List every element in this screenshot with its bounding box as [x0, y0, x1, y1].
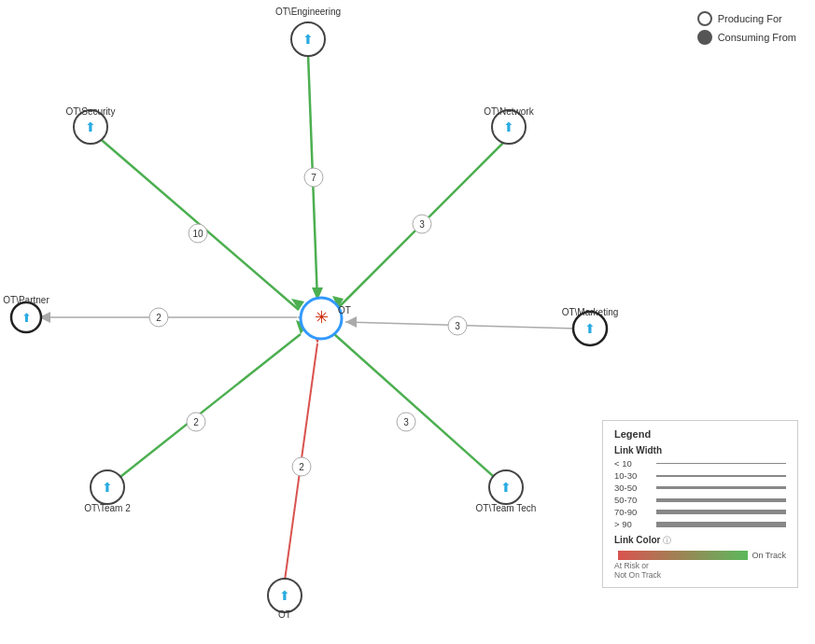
svg-text:2: 2: [299, 462, 304, 472]
producing-for-legend-item: Producing For: [697, 11, 796, 26]
svg-text:⬆: ⬆: [279, 588, 290, 603]
legend-label-50-70: 50-70: [614, 495, 656, 505]
svg-text:OT\Marketing: OT\Marketing: [562, 307, 619, 317]
svg-text:3: 3: [419, 219, 425, 230]
legend-line-10-30: [656, 475, 786, 477]
svg-text:OT\Security: OT\Security: [66, 106, 116, 117]
svg-text:7: 7: [311, 173, 316, 183]
svg-line-3: [96, 135, 299, 310]
legend-line-lt10: [656, 463, 786, 464]
legend-row-10-30: 10-30: [614, 470, 786, 481]
svg-line-15: [112, 334, 301, 483]
svg-text:3: 3: [403, 417, 409, 427]
legend-label-70-90: 70-90: [614, 507, 656, 517]
top-legend: Producing For Consuming From: [697, 11, 796, 49]
svg-text:OT\Partner: OT\Partner: [3, 295, 49, 305]
legend-line-70-90: [656, 510, 786, 514]
legend-box: Legend Link Width < 10 10-30 30-50 50-70…: [602, 420, 798, 588]
producing-for-icon: [697, 11, 712, 26]
legend-row-50-70: 50-70: [614, 495, 786, 505]
svg-text:⬆: ⬆: [503, 119, 514, 134]
svg-text:OT: OT: [278, 609, 291, 620]
svg-text:2: 2: [193, 417, 199, 427]
svg-text:2: 2: [156, 313, 162, 323]
legend-line-30-50: [656, 486, 786, 489]
legend-label-30-50: 30-50: [614, 483, 656, 493]
link-color-info-icon: ⓘ: [663, 536, 671, 545]
svg-line-18: [334, 334, 501, 483]
svg-text:⬆: ⬆: [302, 32, 314, 47]
consuming-from-icon: [697, 30, 712, 45]
legend-title: Legend: [614, 428, 786, 440]
legend-row-30-50: 30-50: [614, 483, 786, 493]
svg-text:OT\Engineering: OT\Engineering: [275, 7, 341, 17]
link-width-title: Link Width: [614, 445, 786, 455]
consuming-from-legend-item: Consuming From: [697, 30, 796, 45]
color-sub-labels: At Risk orNot On Track: [614, 561, 786, 580]
producing-for-label: Producing For: [718, 13, 782, 24]
svg-text:10: 10: [192, 229, 204, 239]
color-label-right: On Track: [752, 551, 786, 560]
svg-marker-32: [345, 316, 357, 328]
legend-label-10-30: 10-30: [614, 470, 656, 481]
svg-text:⬆: ⬆: [85, 119, 96, 134]
svg-text:3: 3: [455, 321, 460, 331]
legend-row-lt10: < 10: [614, 458, 786, 469]
svg-text:OT\Team 2: OT\Team 2: [84, 503, 131, 513]
legend-line-50-70: [656, 498, 786, 502]
svg-text:OT\Team Tech: OT\Team Tech: [476, 503, 537, 513]
color-bar: [618, 551, 748, 560]
svg-text:⬆: ⬆: [102, 480, 113, 495]
link-color-title: Link Color ⓘ: [614, 535, 786, 547]
color-sub-left: At Risk orNot On Track: [614, 561, 661, 580]
legend-row-gt90: > 90: [614, 519, 786, 529]
legend-row-70-90: 70-90: [614, 507, 786, 517]
svg-text:⬆: ⬆: [584, 321, 596, 336]
consuming-from-label: Consuming From: [718, 32, 796, 43]
legend-label-gt90: > 90: [614, 519, 656, 529]
svg-text:✳: ✳: [315, 308, 329, 327]
svg-text:OT: OT: [338, 305, 351, 315]
color-bar-row: On Track: [614, 551, 786, 560]
legend-line-gt90: [656, 522, 786, 527]
svg-text:⬆: ⬆: [500, 480, 512, 495]
legend-label-lt10: < 10: [614, 458, 656, 469]
svg-text:⬆: ⬆: [21, 311, 32, 325]
link-color-title-text: Link Color: [614, 535, 660, 545]
svg-text:OT\Network: OT\Network: [484, 106, 534, 117]
